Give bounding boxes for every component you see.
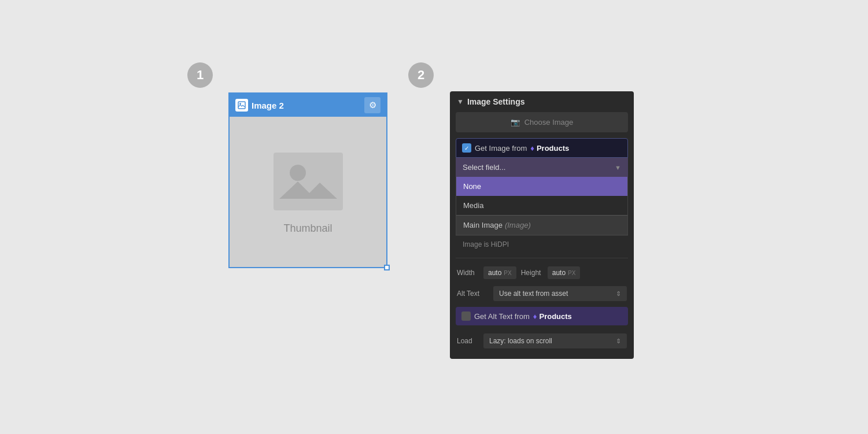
hidpi-row: Image is HiDPI xyxy=(456,235,628,253)
load-select[interactable]: Lazy: loads on scroll ⇕ xyxy=(483,333,627,348)
svg-point-3 xyxy=(290,165,306,181)
alt-text-select[interactable]: Use alt text from asset ⇕ xyxy=(493,286,627,301)
width-input-group[interactable]: auto PX xyxy=(483,266,516,279)
alt-diamond-icon: ♦ xyxy=(533,312,537,321)
alt-text-label: Alt Text xyxy=(457,290,489,298)
panel-header: ▼ Image Settings xyxy=(450,91,634,112)
dropdown-item-main-image[interactable]: Main Image (Image) xyxy=(456,215,627,235)
gear-button[interactable]: ⚙ xyxy=(364,97,381,113)
alt-text-chevron-icon: ⇕ xyxy=(616,290,621,298)
thumbnail-card: Image 2 ⚙ Thumbnail xyxy=(228,92,387,268)
get-image-from-row: ✓ Get Image from ♦ Products xyxy=(456,138,628,158)
height-value: auto xyxy=(552,269,566,277)
thumbnail-label: Thumbnail xyxy=(283,222,332,235)
chevron-down-icon: ▼ xyxy=(615,164,621,171)
width-value: auto xyxy=(488,269,501,277)
load-row: Load Lazy: loads on scroll ⇕ xyxy=(450,330,634,352)
svg-rect-0 xyxy=(238,102,245,109)
load-label: Load xyxy=(457,337,479,345)
get-alt-text-row: Get Alt Text from ♦ Products xyxy=(456,307,628,325)
select-field-button[interactable]: Select field... ▼ xyxy=(456,158,628,177)
get-image-checkbox[interactable]: ✓ xyxy=(462,143,471,153)
step-badge-1: 1 xyxy=(187,62,213,88)
camera-icon: 📷 xyxy=(511,118,520,127)
diamond-icon: ♦ xyxy=(530,144,534,153)
collapse-arrow-icon[interactable]: ▼ xyxy=(457,98,464,106)
get-alt-text-label: Get Alt Text from xyxy=(474,312,530,321)
products-label: ♦ Products xyxy=(530,144,569,153)
panel-title: Image Settings xyxy=(467,97,525,106)
height-label: Height xyxy=(521,269,543,277)
panel-divider xyxy=(456,258,628,258)
select-field-dropdown[interactable]: Select field... ▼ None Media Main Image … xyxy=(456,158,628,235)
dropdown-item-media[interactable]: Media xyxy=(456,196,627,215)
width-label: Width xyxy=(457,269,479,277)
height-input-group[interactable]: auto PX xyxy=(548,266,581,279)
alt-products-label: ♦ Products xyxy=(533,312,572,321)
svg-point-1 xyxy=(239,103,241,105)
resize-handle[interactable] xyxy=(384,265,390,270)
main-image-sub: (Image) xyxy=(505,221,531,229)
alt-text-row: Alt Text Use alt text from asset ⇕ xyxy=(450,283,634,305)
get-image-label: Get Image from xyxy=(475,144,527,153)
dropdown-list: None Media Main Image (Image) xyxy=(456,177,628,235)
get-alt-checkbox[interactable] xyxy=(461,311,471,321)
thumbnail-title: Image 2 xyxy=(252,101,361,110)
step-badge-2: 2 xyxy=(408,62,434,88)
dropdown-item-none[interactable]: None xyxy=(456,177,627,196)
load-chevron-icon: ⇕ xyxy=(616,337,621,345)
thumbnail-body: Thumbnail xyxy=(230,117,386,267)
choose-image-button[interactable]: 📷 Choose Image xyxy=(456,112,628,132)
thumbnail-header: Image 2 ⚙ xyxy=(230,94,386,117)
dimension-row: Width auto PX Height auto PX xyxy=(450,263,634,283)
height-unit: PX xyxy=(568,270,575,276)
width-unit: PX xyxy=(504,270,511,276)
image-placeholder xyxy=(271,150,346,213)
settings-panel: ▼ Image Settings 📷 Choose Image ✓ Get Im… xyxy=(450,91,634,359)
image-icon xyxy=(235,99,248,112)
svg-rect-2 xyxy=(274,153,343,210)
